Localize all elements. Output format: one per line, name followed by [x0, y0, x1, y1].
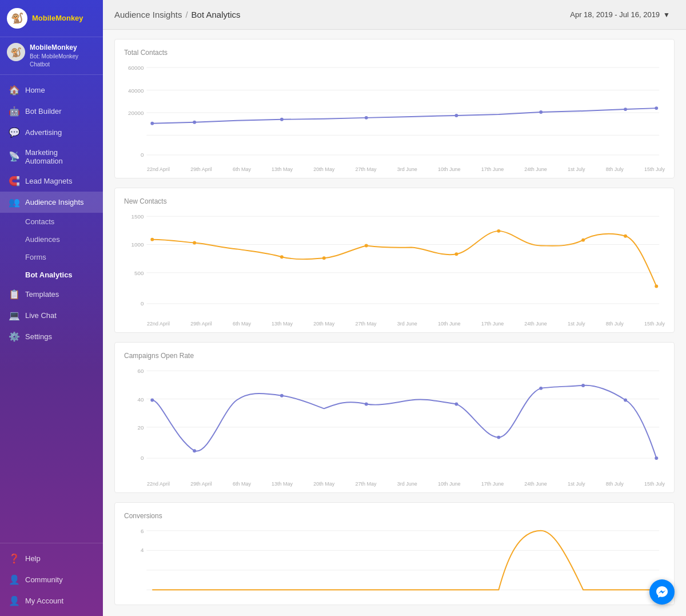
svg-text:4: 4 — [141, 547, 144, 553]
community-label: Community — [25, 575, 63, 584]
home-icon: 🏠 — [8, 85, 21, 96]
brand-logo: 🐒 — [7, 8, 27, 29]
svg-point-30 — [454, 252, 458, 256]
account-sub: Bot: MobileMonkey Chatbot — [30, 53, 96, 69]
svg-point-52 — [655, 456, 658, 460]
conversions-card: Conversions 6 4 — [114, 502, 675, 605]
sidebar-item-label: Bot Builder — [25, 107, 62, 116]
sidebar-header: 🐒 MobileMonkey — [0, 0, 103, 37]
messenger-icon — [655, 585, 669, 599]
svg-text:20: 20 — [138, 424, 144, 431]
brand-name-part1: Mobile — [32, 14, 55, 22]
account-info: MobileMonkey Bot: MobileMonkey Chatbot — [30, 43, 96, 69]
total-contacts-chart: 60000 40000 20000 0 — [124, 61, 665, 172]
sidebar-item-label: Templates — [25, 290, 59, 299]
breadcrumb-current: Bot Analytics — [192, 10, 241, 19]
svg-text:60: 60 — [138, 368, 144, 374]
svg-point-15 — [624, 108, 627, 111]
my-account-icon: 👤 — [8, 595, 21, 606]
conversions-title: Conversions — [124, 512, 665, 520]
main-content: Audience Insights / Bot Analytics Apr 18… — [103, 0, 686, 616]
sidebar-item-my-account[interactable]: 👤 My Account — [0, 590, 103, 611]
svg-point-26 — [193, 241, 196, 245]
svg-point-50 — [581, 384, 585, 387]
sidebar: 🐒 MobileMonkey 🐒 MobileMonkey Bot: Mobil… — [0, 0, 103, 616]
total-contacts-card: Total Contacts 60000 40000 20000 0 — [114, 39, 675, 178]
sidebar-subitem-audiences[interactable]: Audiences — [0, 230, 103, 248]
sidebar-item-settings[interactable]: ⚙️ Settings — [0, 326, 103, 347]
new-contacts-title: New Contacts — [124, 197, 665, 205]
svg-point-10 — [193, 121, 196, 124]
campaigns-title: Campaigns Open Rate — [124, 352, 665, 360]
svg-point-29 — [365, 244, 368, 248]
sidebar-nav: 🏠 Home 🤖 Bot Builder 💬 Advertising 📡 Mar… — [0, 75, 103, 543]
sidebar-item-help[interactable]: ❓ Help — [0, 548, 103, 569]
svg-point-51 — [624, 399, 627, 402]
svg-point-32 — [581, 239, 585, 242]
sidebar-item-marketing-automation[interactable]: 📡 Marketing Automation — [0, 143, 103, 170]
sidebar-item-label: Advertising — [25, 128, 62, 137]
charts-container: Total Contacts 60000 40000 20000 0 — [103, 30, 686, 616]
new-contacts-svg: 1500 1000 500 0 — [124, 210, 665, 319]
svg-text:40000: 40000 — [128, 88, 144, 94]
svg-point-31 — [497, 229, 500, 233]
breadcrumb-parent[interactable]: Audience Insights — [114, 10, 182, 19]
lead-magnets-icon: 🧲 — [8, 176, 21, 186]
svg-point-11 — [280, 118, 284, 121]
svg-text:0: 0 — [141, 152, 144, 158]
sidebar-subitem-contacts[interactable]: Contacts — [0, 213, 103, 230]
svg-text:40: 40 — [138, 396, 144, 403]
conversions-svg: 6 4 — [124, 524, 665, 599]
brand-name-part2: Monkey — [55, 14, 83, 22]
campaigns-x-axis: 22nd April 29th April 6th May 13th May 2… — [124, 479, 665, 487]
svg-text:0: 0 — [141, 455, 144, 461]
sidebar-item-label: Audience Insights — [25, 198, 84, 206]
svg-point-16 — [655, 106, 658, 110]
forms-label: Forms — [25, 253, 46, 261]
new-contacts-chart: 1500 1000 500 0 — [124, 210, 665, 327]
svg-text:1500: 1500 — [131, 213, 144, 220]
total-contacts-svg: 60000 40000 20000 0 — [124, 61, 665, 164]
sidebar-item-templates[interactable]: 📋 Templates — [0, 284, 103, 305]
topbar: Audience Insights / Bot Analytics Apr 18… — [103, 0, 686, 30]
breadcrumb-separator: / — [185, 10, 188, 19]
svg-point-48 — [497, 436, 500, 439]
sidebar-item-advertising[interactable]: 💬 Advertising — [0, 122, 103, 143]
svg-point-27 — [280, 255, 284, 259]
sidebar-subitem-bot-analytics[interactable]: Bot Analytics — [0, 266, 103, 284]
date-range-picker[interactable]: Apr 18, 2019 - Jul 16, 2019 ▼ — [565, 8, 675, 21]
svg-text:6: 6 — [141, 528, 144, 534]
sidebar-item-community[interactable]: 👤 Community — [0, 569, 103, 590]
svg-text:20000: 20000 — [128, 110, 144, 116]
svg-point-9 — [150, 122, 154, 125]
help-icon: ❓ — [8, 553, 21, 564]
sidebar-item-label: Marketing Automation — [25, 148, 95, 165]
sidebar-item-bot-builder[interactable]: 🤖 Bot Builder — [0, 101, 103, 122]
svg-text:60000: 60000 — [128, 65, 144, 71]
svg-point-25 — [150, 238, 154, 241]
campaigns-svg: 60 40 20 0 — [124, 364, 665, 479]
account-section[interactable]: 🐒 MobileMonkey Bot: MobileMonkey Chatbot — [0, 37, 103, 75]
svg-point-33 — [624, 235, 627, 238]
contacts-label: Contacts — [25, 217, 54, 226]
svg-point-34 — [655, 284, 658, 288]
sidebar-item-label: Settings — [25, 332, 52, 341]
sidebar-item-label: Home — [25, 86, 45, 94]
chevron-down-icon: ▼ — [663, 11, 670, 19]
total-contacts-x-axis: 22nd April 29th April 6th May 13th May 2… — [124, 164, 665, 172]
sidebar-item-audience-insights[interactable]: 👥 Audience Insights — [0, 192, 103, 213]
help-label: Help — [25, 554, 41, 563]
sidebar-item-lead-magnets[interactable]: 🧲 Lead Magnets — [0, 170, 103, 192]
svg-point-44 — [193, 449, 196, 452]
account-name: MobileMonkey — [30, 43, 96, 53]
sidebar-item-home[interactable]: 🏠 Home — [0, 80, 103, 101]
sidebar-subitem-forms[interactable]: Forms — [0, 248, 103, 266]
sidebar-item-live-chat[interactable]: 💻 Live Chat — [0, 305, 103, 326]
messenger-fab[interactable] — [649, 579, 675, 605]
sidebar-item-label: Live Chat — [25, 311, 57, 320]
svg-point-14 — [539, 110, 543, 114]
svg-point-49 — [539, 387, 543, 390]
live-chat-icon: 💻 — [8, 310, 21, 321]
svg-point-13 — [454, 114, 458, 117]
community-icon: 👤 — [8, 574, 21, 585]
